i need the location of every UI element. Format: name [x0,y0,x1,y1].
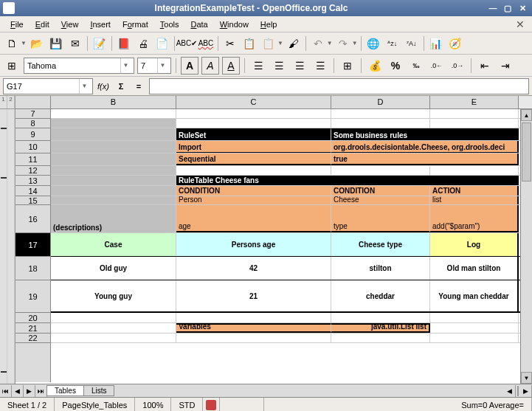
vertical-scrollbar[interactable]: ▲ ▼ [520,109,532,384]
export-pdf-button[interactable]: 📕 [115,35,133,52]
row-header[interactable]: 13 [15,176,50,186]
row-header[interactable]: 21 [15,323,50,334]
select-all-corner[interactable] [15,96,51,108]
dropdown-icon[interactable]: ▼ [327,40,333,46]
row-header[interactable]: 11 [15,153,50,166]
sheet-tab-lists[interactable]: Lists [83,385,115,396]
hscroll-left-button[interactable]: ◀ [504,385,516,397]
print-preview-button[interactable]: 📄 [153,35,171,52]
tab-last-button[interactable]: ⏭ [35,385,47,397]
grid[interactable]: B C D E 7 8 9 10 11 12 13 14 15 16 17 18… [15,96,532,384]
add-decimal-button[interactable]: .0← [428,57,446,75]
font-name-combo[interactable]: Tahoma▼ [24,58,134,74]
tab-prev-button[interactable]: ◀ [12,385,24,397]
row-header[interactable]: 22 [15,334,50,343]
formula-input[interactable] [149,78,529,94]
menu-insert[interactable]: Insert [84,18,117,30]
bold-button[interactable]: A [181,57,198,75]
save-button[interactable]: 💾 [47,35,65,52]
auto-spellcheck-button[interactable]: ABC [197,35,215,52]
align-center-button[interactable]: ☰ [270,57,288,75]
status-zoom[interactable]: 100% [135,398,171,411]
row-header[interactable]: 10 [15,141,50,153]
cell-reference-combo[interactable]: G17▼ [3,78,93,94]
edit-file-button[interactable]: 📝 [91,35,108,52]
row-header[interactable]: 9 [15,128,50,141]
format-paintbrush-button[interactable]: 🖌 [285,35,303,52]
row-header[interactable]: 8 [15,119,50,128]
print-button[interactable]: 🖨 [134,35,152,52]
paste-button[interactable]: 📋 [260,35,277,52]
decrease-indent-button[interactable]: ⇤ [476,57,494,75]
remove-decimal-button[interactable]: .0→ [449,57,466,75]
col-header-D[interactable]: D [331,96,430,108]
new-doc-button[interactable]: 🗋 [3,35,21,52]
insert-chart-button[interactable]: 📊 [427,35,445,52]
row-header[interactable]: 14 [15,186,50,196]
row-header[interactable]: 18 [15,257,50,280]
row-header[interactable]: 20 [15,313,50,323]
dropdown-icon[interactable]: ▼ [352,40,358,46]
col-header-E[interactable]: E [430,96,519,108]
currency-button[interactable]: 💰 [366,57,384,75]
function-button[interactable]: = [131,79,146,94]
menu-data[interactable]: Data [184,18,213,30]
hscroll-right-button[interactable]: ▶ [520,385,532,397]
menu-tools[interactable]: Tools [154,18,185,30]
menu-view[interactable]: View [55,18,85,30]
row-header[interactable]: 12 [15,166,50,176]
function-wizard-button[interactable]: f(x) [96,79,111,94]
close-button[interactable]: ✕ [516,2,529,14]
hyperlink-button[interactable]: 🌐 [365,35,382,52]
align-left-button[interactable]: ☰ [249,57,267,75]
align-justify-button[interactable]: ☰ [311,57,329,75]
status-mode[interactable]: STD [171,398,203,411]
sort-desc-button[interactable]: ᶻA↓ [403,35,421,52]
sheet-tab-tables[interactable]: Tables [46,385,84,396]
row-header[interactable]: 7 [15,109,50,119]
menu-edit[interactable]: Edit [30,18,55,30]
align-right-button[interactable]: ☰ [291,57,308,75]
row-header[interactable]: 17 [15,233,50,257]
font-size-combo[interactable]: 7▼ [137,58,171,74]
dropdown-icon[interactable]: ▼ [157,58,167,73]
italic-button[interactable]: A [201,57,219,75]
standard-format-button[interactable]: ‰ [407,57,425,75]
styles-button[interactable]: ⊞ [3,57,21,75]
sum-button[interactable]: Σ [114,79,128,94]
horizontal-scrollbar[interactable] [517,386,519,396]
maximize-button[interactable]: ▢ [501,2,514,14]
spellcheck-button[interactable]: ABC✔ [178,35,196,52]
copy-button[interactable]: 📋 [241,35,258,52]
status-signature-icon[interactable] [203,398,220,411]
scroll-down-button[interactable]: ▼ [521,372,532,384]
undo-button[interactable]: ↶ [309,35,327,52]
increase-indent-button[interactable]: ⇥ [497,57,514,75]
menu-help[interactable]: Help [255,18,283,30]
cells[interactable]: RuleSetSome business rules Importorg.dro… [51,109,532,382]
dropdown-icon[interactable]: ▼ [79,79,89,94]
minimize-button[interactable]: — [486,2,500,14]
row-header[interactable]: 15 [15,196,50,205]
dropdown-icon[interactable]: ▼ [120,58,131,73]
tab-next-button[interactable]: ▶ [24,385,35,397]
menu-window[interactable]: Window [214,18,255,30]
email-button[interactable]: ✉ [66,35,84,52]
col-header-C[interactable]: C [176,96,331,108]
percent-button[interactable]: % [387,57,404,75]
col-header-B[interactable]: B [51,96,176,108]
tab-first-button[interactable]: ⏮ [0,385,12,397]
cut-button[interactable]: ✂ [221,35,239,52]
menu-format[interactable]: Format [117,18,154,30]
scroll-up-button[interactable]: ▲ [521,109,532,121]
merge-cells-button[interactable]: ⊞ [339,57,356,75]
underline-button[interactable]: A [222,57,240,75]
row-header[interactable]: 16 [15,205,50,233]
dropdown-icon[interactable]: ▼ [277,40,283,46]
close-document-button[interactable]: ✕ [513,18,528,30]
dropdown-icon[interactable]: ▼ [21,40,27,46]
sort-asc-button[interactable]: ᴬz↓ [384,35,401,52]
scroll-thumb[interactable] [522,122,531,182]
outline-gutter[interactable]: 12 [0,96,15,384]
row-header[interactable]: 19 [15,280,50,313]
